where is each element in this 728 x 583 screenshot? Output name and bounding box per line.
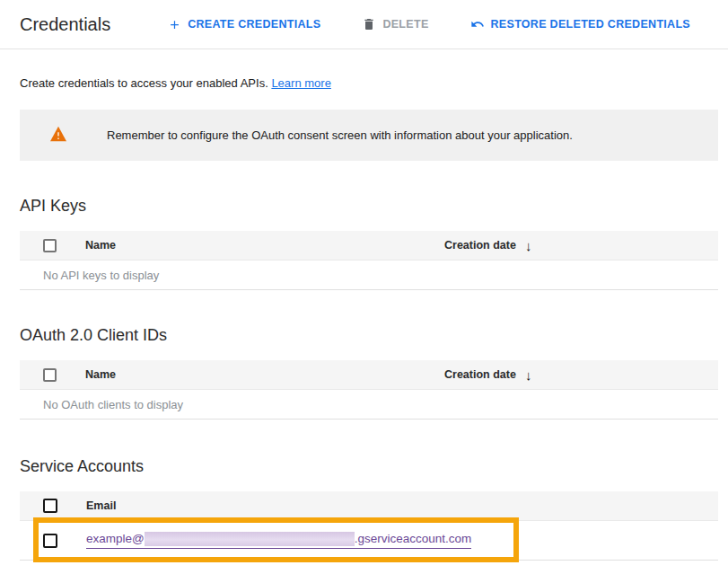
email-prefix: example@ bbox=[86, 532, 145, 546]
intro-sentence: Create credentials to access your enable… bbox=[20, 76, 268, 90]
oauth-clients-empty-row: No OAuth clients to display bbox=[20, 390, 718, 420]
warning-triangle-icon bbox=[49, 126, 67, 146]
api-keys-table-header: Name Creation date ↓ bbox=[20, 231, 718, 261]
api-keys-heading: API Keys bbox=[20, 197, 708, 216]
creation-date-label: Creation date bbox=[444, 239, 516, 252]
service-account-row[interactable]: example@ .gserviceaccount.com bbox=[20, 521, 718, 561]
page-header: Credentials CREATE CREDENTIALS DELETE RE… bbox=[0, 0, 728, 49]
sort-descending-arrow-icon: ↓ bbox=[525, 368, 532, 382]
api-keys-select-all-checkbox[interactable] bbox=[43, 239, 57, 252]
email-suffix: .gserviceaccount.com bbox=[355, 532, 472, 546]
credentials-page: Credentials CREATE CREDENTIALS DELETE RE… bbox=[0, 0, 728, 583]
oauth-clients-name-column-header: Name bbox=[85, 368, 116, 381]
oauth-clients-table: Name Creation date ↓ No OAuth clients to… bbox=[20, 360, 718, 420]
service-account-row-checkbox[interactable] bbox=[43, 534, 57, 548]
oauth-clients-table-header: Name Creation date ↓ bbox=[20, 360, 718, 390]
oauth-warning-banner: Remember to configure the OAuth consent … bbox=[20, 110, 718, 161]
plus-icon bbox=[168, 18, 181, 31]
oauth-clients-empty-text: No OAuth clients to display bbox=[43, 398, 183, 411]
warning-message: Remember to configure the OAuth consent … bbox=[107, 128, 573, 142]
service-accounts-select-all-checkbox[interactable] bbox=[43, 499, 57, 513]
restore-deleted-credentials-label: RESTORE DELETED CREDENTIALS bbox=[491, 18, 690, 31]
api-keys-empty-row: No API keys to display bbox=[20, 261, 718, 290]
create-credentials-label: CREATE CREDENTIALS bbox=[188, 18, 320, 31]
page-title: Credentials bbox=[20, 14, 110, 35]
undo-arrow-icon bbox=[470, 17, 485, 31]
service-accounts-table-header: Email bbox=[20, 491, 718, 521]
service-accounts-heading: Service Accounts bbox=[20, 457, 708, 476]
create-credentials-button[interactable]: CREATE CREDENTIALS bbox=[168, 18, 320, 31]
learn-more-link[interactable]: Learn more bbox=[271, 76, 330, 90]
delete-label: DELETE bbox=[382, 18, 428, 31]
service-account-email-link[interactable]: example@ .gserviceaccount.com bbox=[86, 532, 471, 549]
api-keys-name-column-header: Name bbox=[85, 239, 116, 252]
sort-descending-arrow-icon: ↓ bbox=[525, 239, 532, 252]
api-keys-creation-date-sort[interactable]: Creation date ↓ bbox=[444, 239, 531, 252]
service-accounts-email-column-header: Email bbox=[86, 499, 116, 512]
api-keys-empty-text: No API keys to display bbox=[43, 269, 159, 282]
service-accounts-table: Email example@ .gserviceaccount.com bbox=[20, 491, 718, 561]
email-redacted-blur bbox=[145, 532, 355, 546]
delete-button[interactable]: DELETE bbox=[362, 17, 428, 31]
restore-deleted-credentials-button[interactable]: RESTORE DELETED CREDENTIALS bbox=[470, 17, 690, 31]
api-keys-table: Name Creation date ↓ No API keys to disp… bbox=[20, 231, 718, 290]
creation-date-label: Creation date bbox=[444, 368, 516, 381]
oauth-clients-creation-date-sort[interactable]: Creation date ↓ bbox=[444, 368, 531, 382]
toolbar: CREATE CREDENTIALS DELETE RESTORE DELETE… bbox=[168, 17, 690, 31]
oauth-clients-heading: OAuth 2.0 Client IDs bbox=[20, 326, 708, 345]
trash-icon bbox=[362, 17, 376, 31]
oauth-clients-select-all-checkbox[interactable] bbox=[43, 368, 57, 382]
intro-text: Create credentials to access your enable… bbox=[20, 76, 708, 90]
